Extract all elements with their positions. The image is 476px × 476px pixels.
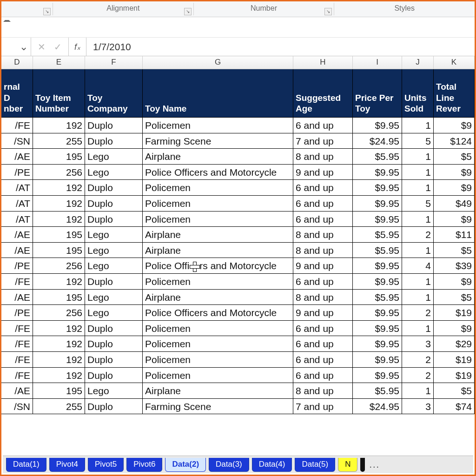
tabs-overflow-icon[interactable]: ... [369, 459, 380, 470]
header-suggested-age[interactable]: Suggested Age [293, 69, 353, 118]
cell-price-per-toy[interactable]: $5.95 [353, 383, 402, 399]
cell-suggested-age[interactable]: 6 and up [293, 321, 353, 337]
cell-internal-id[interactable]: /AE [1, 383, 33, 399]
dialog-launcher-icon[interactable] [324, 8, 332, 15]
cell-internal-id[interactable]: /PE [1, 165, 33, 180]
cell-toy-name[interactable]: Farming Scene [143, 133, 293, 149]
cell-total-line-revenue[interactable]: $9 [434, 212, 475, 227]
cell-suggested-age[interactable]: 8 and up [293, 383, 353, 399]
cell-toy-item-number[interactable]: 256 [33, 305, 85, 321]
cell-toy-company[interactable]: Duplo [85, 196, 143, 212]
table-row[interactable]: /AT192DuploPolicemen6 and up$9.951$9 [1, 212, 475, 227]
cell-internal-id[interactable]: /FE [1, 321, 33, 337]
cell-suggested-age[interactable]: 9 and up [293, 258, 353, 274]
cell-units-sold[interactable]: 5 [402, 196, 434, 212]
cell-toy-company[interactable]: Duplo [85, 399, 143, 415]
cell-units-sold[interactable]: 2 [402, 352, 434, 368]
cell-total-line-revenue[interactable]: $9 [434, 180, 475, 196]
cell-suggested-age[interactable]: 8 and up [293, 227, 353, 243]
cell-price-per-toy[interactable]: $9.95 [353, 368, 402, 383]
cell-suggested-age[interactable]: 6 and up [293, 274, 353, 290]
table-row[interactable]: /AE195LegoAirplane8 and up$5.951$5 [1, 290, 475, 305]
cell-total-line-revenue[interactable]: $19 [434, 305, 475, 321]
table-row[interactable]: /SN255DuploFarming Scene7 and up$24.953$… [1, 399, 475, 415]
cell-toy-item-number[interactable]: 192 [33, 212, 85, 227]
cell-toy-item-number[interactable]: 192 [33, 336, 85, 352]
cell-price-per-toy[interactable]: $9.95 [353, 258, 402, 274]
cell-internal-id[interactable]: /AE [1, 243, 33, 258]
cell-units-sold[interactable]: 3 [402, 399, 434, 415]
cell-toy-name[interactable]: Airplane [143, 243, 293, 258]
cell-toy-name[interactable]: Policemen [143, 196, 293, 212]
cell-toy-item-number[interactable]: 192 [33, 321, 85, 337]
table-row[interactable]: /FE192DuploPolicemen6 and up$9.953$29 [1, 336, 475, 352]
cell-internal-id[interactable]: /FE [1, 118, 33, 133]
cell-toy-item-number[interactable]: 256 [33, 165, 85, 180]
cell-internal-id[interactable]: /PE [1, 305, 33, 321]
cell-toy-name[interactable]: Policemen [143, 368, 293, 383]
cell-toy-company[interactable]: Lego [85, 383, 143, 399]
table-row[interactable]: /AT192DuploPolicemen6 and up$9.951$9 [1, 180, 475, 196]
cell-toy-company[interactable]: Duplo [85, 180, 143, 196]
cell-total-line-revenue[interactable]: $124 [434, 133, 475, 149]
cell-toy-company[interactable]: Lego [85, 227, 143, 243]
cell-toy-item-number[interactable]: 192 [33, 196, 85, 212]
cell-toy-item-number[interactable]: 195 [33, 290, 85, 305]
cell-total-line-revenue[interactable]: $5 [434, 243, 475, 258]
cell-toy-company[interactable]: Duplo [85, 118, 143, 133]
column-header-k[interactable]: K [434, 56, 475, 69]
cell-toy-company[interactable]: Lego [85, 258, 143, 274]
cell-units-sold[interactable]: 1 [402, 180, 434, 196]
cell-price-per-toy[interactable]: $24.95 [353, 133, 402, 149]
cell-internal-id[interactable]: /FE [1, 336, 33, 352]
cell-suggested-age[interactable]: 7 and up [293, 133, 353, 149]
dialog-launcher-icon[interactable] [184, 8, 192, 15]
cell-total-line-revenue[interactable]: $9 [434, 165, 475, 180]
cell-toy-name[interactable]: Airplane [143, 383, 293, 399]
cell-price-per-toy[interactable]: $5.95 [353, 227, 402, 243]
cell-internal-id[interactable]: /FE [1, 368, 33, 383]
cell-price-per-toy[interactable]: $9.95 [353, 212, 402, 227]
cell-toy-name[interactable]: Policemen [143, 321, 293, 337]
cell-toy-item-number[interactable]: 195 [33, 227, 85, 243]
table-row[interactable]: /FE192DuploPolicemen6 and up$9.952$19 [1, 368, 475, 383]
cell-price-per-toy[interactable]: $9.95 [353, 118, 402, 133]
cell-toy-company[interactable]: Lego [85, 149, 143, 165]
cell-internal-id[interactable]: /AE [1, 290, 33, 305]
cell-price-per-toy[interactable]: $9.95 [353, 336, 402, 352]
cell-units-sold[interactable]: 1 [402, 321, 434, 337]
cell-units-sold[interactable]: 4 [402, 258, 434, 274]
cell-total-line-revenue[interactable]: $5 [434, 149, 475, 165]
cell-price-per-toy[interactable]: $9.95 [353, 352, 402, 368]
cell-units-sold[interactable]: 1 [402, 118, 434, 133]
cell-internal-id[interactable]: /AE [1, 227, 33, 243]
cell-toy-item-number[interactable]: 255 [33, 133, 85, 149]
cell-total-line-revenue[interactable]: $39 [434, 258, 475, 274]
cell-total-line-revenue[interactable]: $9 [434, 274, 475, 290]
formula-input[interactable]: 1/7/2010 [86, 38, 475, 56]
cell-toy-item-number[interactable]: 192 [33, 118, 85, 133]
cell-toy-name[interactable]: Police Officers and Motorcycle [143, 305, 293, 321]
spreadsheet-grid[interactable]: /FE192DuploPolicemen6 and up$9.951$9/SN2… [1, 118, 475, 457]
cell-total-line-revenue[interactable]: $9 [434, 118, 475, 133]
cell-price-per-toy[interactable]: $5.95 [353, 149, 402, 165]
sheet-tab[interactable] [360, 458, 365, 472]
cell-price-per-toy[interactable]: $9.95 [353, 274, 402, 290]
cell-toy-item-number[interactable]: 256 [33, 258, 85, 274]
cell-units-sold[interactable]: 1 [402, 149, 434, 165]
cell-suggested-age[interactable]: 6 and up [293, 118, 353, 133]
cell-price-per-toy[interactable]: $9.95 [353, 196, 402, 212]
table-row[interactable]: /AE195LegoAirplane8 and up$5.951$5 [1, 383, 475, 399]
cell-toy-company[interactable]: Lego [85, 305, 143, 321]
cell-price-per-toy[interactable]: $9.95 [353, 305, 402, 321]
cell-toy-item-number[interactable]: 195 [33, 243, 85, 258]
cell-toy-item-number[interactable]: 195 [33, 383, 85, 399]
cell-units-sold[interactable]: 1 [402, 165, 434, 180]
cell-toy-item-number[interactable]: 192 [33, 180, 85, 196]
sheet-tab[interactable]: Data(1) [6, 458, 46, 472]
cell-units-sold[interactable]: 1 [402, 274, 434, 290]
cell-units-sold[interactable]: 1 [402, 383, 434, 399]
sheet-tab[interactable]: Data(2) [165, 458, 206, 472]
cell-internal-id[interactable]: /SN [1, 133, 33, 149]
cell-price-per-toy[interactable]: $9.95 [353, 321, 402, 337]
